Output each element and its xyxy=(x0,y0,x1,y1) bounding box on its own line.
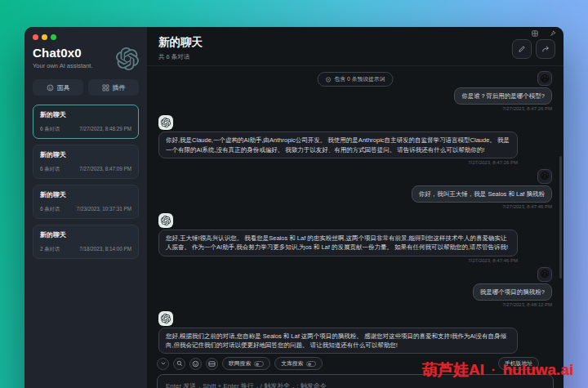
prompt-search-button[interactable] xyxy=(173,358,185,370)
input-placeholder: Enter 发送，Shift + Enter 换行，/ 触发补全，: 触发命令 xyxy=(166,382,327,388)
assistant-avatar-openai-icon xyxy=(158,213,173,228)
message-scroll-area[interactable]: 包含 0 条预设提示词 😆 你是谁？背后用的是哪个模型? 7/27/2023, … xyxy=(147,66,564,354)
message-assistant: 你好,我是Claude,一个虚构的AI助手,由Anthropic公司开发。 我使… xyxy=(158,115,552,165)
chat-header: 新的聊天 共 6 条对话 xyxy=(147,27,564,66)
message-timestamp: 7/27/2023, 8:47:26 PM xyxy=(454,106,552,111)
plugin-icon xyxy=(102,84,109,91)
pencil-icon xyxy=(518,45,526,53)
keyboard-icon xyxy=(208,360,216,368)
minimize-button[interactable] xyxy=(42,34,47,40)
chat-item-title: 新的聊天 xyxy=(40,150,131,159)
chat-list-item-3[interactable]: 新的聊天 6 条对话 7/23/2023, 10:37:31 PM xyxy=(33,185,139,219)
mask-button[interactable]: 面具 xyxy=(33,79,83,96)
chat-list-item-2[interactable]: 新的聊天 6 条对话 7/27/2023, 8:47:09 PM xyxy=(33,145,139,179)
zoom-button[interactable] xyxy=(51,34,56,40)
context-pill-label: 包含 0 条预设提示词 xyxy=(335,75,385,83)
chat-item-count: 6 条对话 xyxy=(40,166,60,173)
message-bubble[interactable]: 你好,我是Claude,一个虚构的AI助手,由Anthropic公司开发。 我使… xyxy=(158,132,518,158)
plugin-button[interactable]: 插件 xyxy=(88,79,139,96)
chat-item-title: 新的聊天 xyxy=(40,190,131,199)
app-title: Chat0x0 xyxy=(33,46,93,60)
assistant-avatar-openai-icon xyxy=(158,115,173,130)
app-subtitle: Your own AI assistant. xyxy=(33,62,93,69)
chat-item-date: 7/27/2023, 8:48:29 PM xyxy=(79,126,131,133)
message-bubble[interactable]: 你是谁？背后用的是哪个模型? xyxy=(454,87,552,105)
share-button[interactable] xyxy=(536,39,555,59)
mask-icon xyxy=(47,84,54,91)
watermark-brand: 葫芦娃AI xyxy=(422,359,484,381)
user-avatar: 😆 xyxy=(537,71,552,86)
shortcut-keys-button[interactable] xyxy=(206,358,218,370)
chat-item-date: 7/18/2023, 8:14:00 PM xyxy=(79,246,131,253)
web-search-toggle-pill[interactable]: 联网搜索 xyxy=(222,357,270,370)
mask-quick-button[interactable] xyxy=(189,358,202,370)
chat-item-count: 2 条对话 xyxy=(40,246,60,253)
prompt-icon xyxy=(326,77,332,83)
mask-face-icon xyxy=(192,360,199,368)
chat-item-count: 6 条对话 xyxy=(40,126,60,133)
main-panel: 新的聊天 共 6 条对话 xyxy=(147,27,564,388)
message-timestamp: 7/27/2023, 8:47:26 PM xyxy=(158,160,518,165)
user-avatar: 😆 xyxy=(537,169,552,184)
web-search-toggle[interactable] xyxy=(254,361,264,367)
chat-title: 新的聊天 xyxy=(158,35,552,50)
sidebar: Chat0x0 Your own AI assistant. 面具 xyxy=(24,27,147,388)
message-assistant: 您好,根据我们之前的对话,您自称是 Sealos 和 Laf 这两个项目的脑残粉… xyxy=(158,311,552,354)
context-prompts-pill[interactable]: 包含 0 条预设提示词 xyxy=(318,72,394,87)
message-user: 😆 我是哪个项目的脑残粉? 7/27/2023, 8:48:12 PM xyxy=(158,267,552,307)
message-bubble[interactable]: 您好,根据我们之前的对话,您自称是 Sealos 和 Laf 这两个项目的脑残粉… xyxy=(158,328,518,354)
chat-item-title: 新的聊天 xyxy=(40,230,131,239)
message-timestamp: 7/27/2023, 8:47:46 PM xyxy=(412,204,552,209)
chat-list: 新的聊天 6 条对话 7/27/2023, 8:48:29 PM 新的聊天 6 … xyxy=(33,105,139,259)
watermark: 葫芦娃AI · huluwa.ai xyxy=(422,359,573,381)
share-icon xyxy=(541,45,550,53)
plugin-button-label: 插件 xyxy=(113,83,126,92)
message-bubble[interactable]: 您好,王大锤!很高兴认识您。 我看您是Sealos 和 Laf 的忠实粉丝啊,这… xyxy=(158,230,518,256)
chat-item-date: 7/23/2023, 10:37:31 PM xyxy=(77,206,131,213)
chat-item-title: 新的聊天 xyxy=(40,110,131,119)
app-window: Chat0x0 Your own AI assistant. 面具 xyxy=(24,27,564,388)
message-user: 😆 你好，我叫王大锤，我是 Sealos 和 Laf 脑残粉 7/27/2023… xyxy=(158,169,552,209)
chevron-down-icon xyxy=(160,360,167,367)
search-icon xyxy=(176,360,183,367)
message-bubble[interactable]: 你好，我叫王大锤，我是 Sealos 和 Laf 脑残粉 xyxy=(412,185,552,203)
message-assistant: 您好,王大锤!很高兴认识您。 我看您是Sealos 和 Laf 的忠实粉丝啊,这… xyxy=(158,213,552,263)
window-controls xyxy=(33,34,139,40)
message-timestamp: 7/27/2023, 8:47:46 PM xyxy=(158,258,518,263)
chat-list-item-1[interactable]: 新的聊天 6 条对话 7/27/2023, 8:48:29 PM xyxy=(33,105,139,139)
user-avatar: 😆 xyxy=(537,267,552,282)
chat-item-date: 7/27/2023, 8:47:09 PM xyxy=(79,166,131,173)
chat-list-item-4[interactable]: 新的聊天 2 条对话 7/18/2023, 8:14:00 PM xyxy=(33,225,139,259)
watermark-site: huluwa.ai xyxy=(503,361,574,379)
library-search-toggle[interactable] xyxy=(306,361,316,367)
web-search-label: 联网搜索 xyxy=(229,359,251,368)
message-timestamp: 7/27/2023, 8:48:12 PM xyxy=(473,302,552,307)
library-search-label: 文库搜索 xyxy=(281,359,303,368)
mask-button-label: 面具 xyxy=(57,83,70,92)
scrollbar-thumb[interactable] xyxy=(559,156,562,279)
rename-button[interactable] xyxy=(512,39,532,59)
close-button[interactable] xyxy=(33,34,38,40)
watermark-dot: · xyxy=(492,363,496,377)
chat-item-count: 6 条对话 xyxy=(40,206,60,213)
chat-subtitle: 共 6 条对话 xyxy=(158,53,552,61)
openai-logo-icon xyxy=(116,47,139,70)
layout-icon[interactable] xyxy=(532,30,538,37)
assistant-avatar-openai-icon xyxy=(158,311,173,326)
library-search-toggle-pill[interactable]: 文库搜索 xyxy=(274,357,323,370)
pin-icon[interactable] xyxy=(550,30,556,37)
desktop: Chat0x0 Your own AI assistant. 面具 xyxy=(0,0,588,388)
message-bubble[interactable]: 我是哪个项目的脑残粉? xyxy=(473,283,552,301)
scroll-to-bottom-button[interactable] xyxy=(157,358,169,370)
